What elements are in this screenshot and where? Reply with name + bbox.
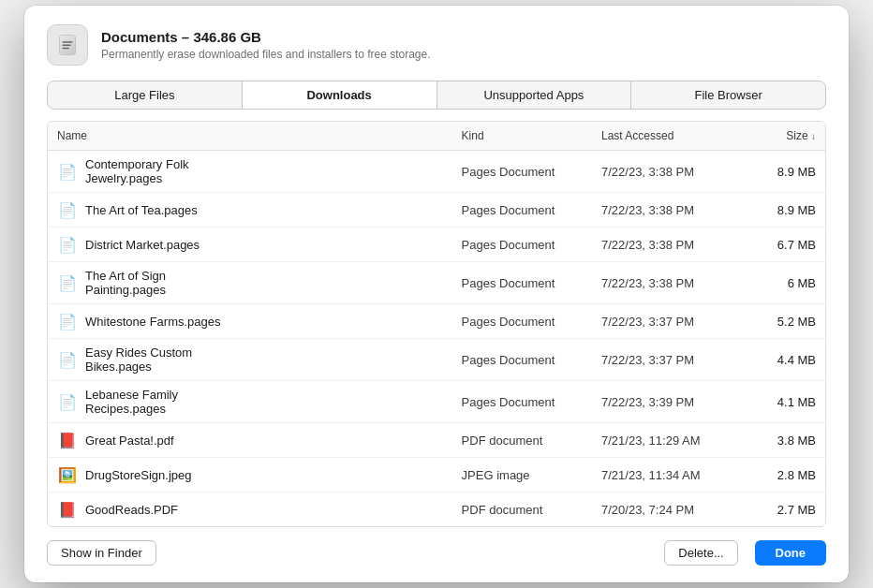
sort-arrow-icon: ↓ <box>811 131 816 141</box>
done-button[interactable]: Done <box>755 540 827 566</box>
table-row[interactable]: 📄The Art of Sign Painting.pagesPages Doc… <box>48 262 825 304</box>
delete-button[interactable]: Delete... <box>664 540 737 566</box>
file-date-cell: 7/22/23, 3:38 PM <box>592 193 732 228</box>
svg-rect-4 <box>62 48 68 49</box>
file-kind-cell: Pages Document <box>452 339 592 381</box>
show-in-finder-button[interactable]: Show in Finder <box>47 540 156 566</box>
file-name-label: Contemporary Folk Jewelry.pages <box>85 157 248 185</box>
footer-right-actions: Delete... Done <box>664 540 826 566</box>
table-row[interactable]: 📕Great Pasta!.pdfPDF document7/21/23, 11… <box>48 423 825 458</box>
col-header-name[interactable]: Name <box>48 122 452 151</box>
file-kind-cell: Pages Document <box>452 304 592 339</box>
footer-left-actions: Show in Finder <box>47 540 156 566</box>
file-name-cell: 🖼️DrugStoreSign.jpeg <box>48 458 258 492</box>
file-name-label: Lebanese Family Recipes.pages <box>85 388 248 416</box>
file-date-cell: 7/20/23, 7:24 PM <box>592 492 732 527</box>
file-size-cell: 2.8 MB <box>732 458 825 492</box>
file-kind-cell: Pages Document <box>452 151 592 193</box>
svg-rect-2 <box>62 41 72 42</box>
file-type-icon: 📄 <box>57 311 78 331</box>
file-date-cell: 7/22/23, 3:37 PM <box>592 339 732 381</box>
file-type-icon: 📕 <box>57 499 78 520</box>
file-name-label: DrugStoreSign.jpeg <box>85 468 191 482</box>
file-size-cell: 8.9 MB <box>732 193 825 228</box>
file-date-cell: 7/22/23, 3:37 PM <box>592 304 732 339</box>
file-type-icon: 📄 <box>57 199 78 220</box>
table-row[interactable]: 🖼️DrugStoreSign.jpegJPEG image7/21/23, 1… <box>48 458 825 492</box>
file-kind-cell: JPEG image <box>452 458 592 492</box>
file-table: Name Kind Last Accessed Size ↓ 📄Contempo… <box>48 122 825 526</box>
file-type-icon: 📄 <box>57 349 78 370</box>
documents-icon <box>47 24 88 66</box>
tab-unsupported-apps[interactable]: Unsupported Apps <box>437 81 632 109</box>
file-date-cell: 7/22/23, 3:39 PM <box>592 381 732 423</box>
table-row[interactable]: 📄Easy Rides Custom Bikes.pagesPages Docu… <box>48 339 825 381</box>
file-date-cell: 7/22/23, 3:38 PM <box>592 228 732 262</box>
file-name-cell: 📄District Market.pages <box>48 228 258 261</box>
tab-downloads[interactable]: Downloads <box>243 81 437 109</box>
file-name-label: GoodReads.PDF <box>85 503 178 517</box>
file-name-label: The Art of Sign Painting.pages <box>85 269 248 297</box>
table-row[interactable]: 📄Lebanese Family Recipes.pagesPages Docu… <box>48 381 825 423</box>
file-name-label: Easy Rides Custom Bikes.pages <box>85 345 248 374</box>
table-header-row: Name Kind Last Accessed Size ↓ <box>48 122 825 151</box>
table-row[interactable]: 📄Contemporary Folk Jewelry.pagesPages Do… <box>48 151 825 193</box>
file-name-cell: 📄Easy Rides Custom Bikes.pages <box>48 339 258 380</box>
dialog-subtitle: Permanently erase downloaded files and i… <box>101 48 431 61</box>
file-size-cell: 8.9 MB <box>732 151 825 193</box>
file-name-cell: 📄Lebanese Family Recipes.pages <box>48 381 258 422</box>
tab-file-browser[interactable]: File Browser <box>631 81 825 109</box>
header-text: Documents – 346.86 GB Permanently erase … <box>101 29 431 61</box>
file-table-container[interactable]: Name Kind Last Accessed Size ↓ 📄Contempo… <box>47 121 826 527</box>
file-size-cell: 4.1 MB <box>732 381 825 423</box>
table-row[interactable]: 📄Whitestone Farms.pagesPages Document7/2… <box>48 304 825 339</box>
file-type-icon: 📄 <box>57 272 78 293</box>
file-kind-cell: Pages Document <box>452 193 592 228</box>
col-header-size[interactable]: Size ↓ <box>732 122 825 151</box>
table-row[interactable]: 📄The Art of Tea.pagesPages Document7/22/… <box>48 193 825 228</box>
file-type-icon: 🖼️ <box>57 464 78 485</box>
file-name-cell: 📄The Art of Sign Painting.pages <box>48 262 258 303</box>
header: Documents – 346.86 GB Permanently erase … <box>24 6 849 81</box>
svg-rect-3 <box>62 45 70 46</box>
file-name-label: The Art of Tea.pages <box>85 203 198 217</box>
file-name-label: District Market.pages <box>85 238 200 252</box>
file-type-icon: 📄 <box>57 391 78 412</box>
file-size-cell: 4.4 MB <box>732 339 825 381</box>
table-row[interactable]: 📄District Market.pagesPages Document7/22… <box>48 228 825 262</box>
file-type-icon: 📕 <box>57 430 78 450</box>
file-size-cell: 5.2 MB <box>732 304 825 339</box>
file-size-cell: 2.7 MB <box>732 492 825 527</box>
file-type-icon: 📄 <box>57 234 78 255</box>
file-name-cell: 📕GoodReads.PDF <box>48 492 258 526</box>
dialog-title: Documents – 346.86 GB <box>101 29 431 45</box>
file-size-cell: 6.7 MB <box>732 228 825 262</box>
tabs-bar: Large Files Downloads Unsupported Apps F… <box>47 81 826 110</box>
file-name-cell: 📄Whitestone Farms.pages <box>48 304 258 338</box>
file-name-label: Whitestone Farms.pages <box>85 315 221 329</box>
file-type-icon: 📄 <box>57 161 78 182</box>
file-date-cell: 7/22/23, 3:38 PM <box>592 262 732 304</box>
file-name-cell: 📕Great Pasta!.pdf <box>48 423 258 457</box>
file-kind-cell: PDF document <box>452 423 592 458</box>
file-kind-cell: Pages Document <box>452 262 592 304</box>
file-kind-cell: Pages Document <box>452 228 592 262</box>
file-kind-cell: Pages Document <box>452 381 592 423</box>
col-header-last-accessed: Last Accessed <box>592 122 732 151</box>
file-date-cell: 7/21/23, 11:29 AM <box>592 423 732 458</box>
file-size-cell: 6 MB <box>732 262 825 304</box>
file-name-cell: 📄Contemporary Folk Jewelry.pages <box>48 151 258 192</box>
file-date-cell: 7/22/23, 3:38 PM <box>592 151 732 193</box>
file-kind-cell: PDF document <box>452 492 592 527</box>
main-dialog: Documents – 346.86 GB Permanently erase … <box>24 6 849 582</box>
tab-large-files[interactable]: Large Files <box>48 81 243 109</box>
file-date-cell: 7/21/23, 11:34 AM <box>592 458 732 492</box>
footer: Show in Finder Delete... Done <box>24 527 849 582</box>
file-name-cell: 📄The Art of Tea.pages <box>48 193 258 227</box>
col-header-kind: Kind <box>452 122 592 151</box>
file-name-label: Great Pasta!.pdf <box>85 434 174 448</box>
file-size-cell: 3.8 MB <box>732 423 825 458</box>
table-row[interactable]: 📕GoodReads.PDFPDF document7/20/23, 7:24 … <box>48 492 825 527</box>
